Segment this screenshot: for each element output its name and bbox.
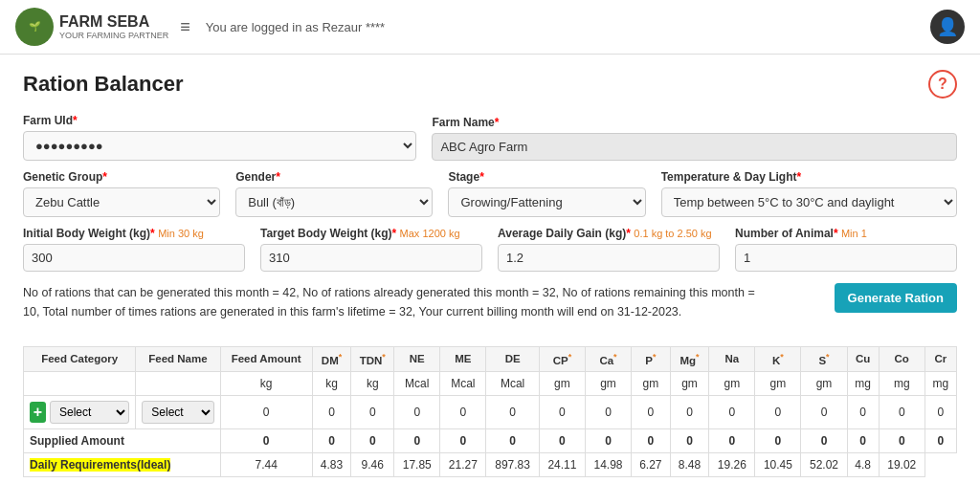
col-s: S* (801, 347, 847, 372)
col-ne: NE (394, 347, 440, 372)
initial-weight-input[interactable] (23, 244, 245, 272)
adg-label: Average Daily Gain (kg)* 0.1 kg to 2.50 … (498, 227, 720, 240)
brand-tagline: YOUR FARMING PARTNER (59, 31, 168, 41)
farm-name-group: Farm Name* (432, 116, 957, 161)
main-content: Ration Balancer ? Farm UId* ●●●●●●●●● Fa… (0, 55, 980, 483)
genetic-group-select[interactable]: Zebu Cattle (23, 187, 220, 217)
page-title-row: Ration Balancer ? (23, 70, 957, 99)
temp-label: Temperature & Day Light* (661, 170, 957, 184)
col-cu: Cu (847, 347, 879, 372)
col-de: DE (486, 347, 540, 372)
farm-uid-label: Farm UId* (23, 114, 416, 127)
supplied-amount-row: Supplied Amount 0 0 0 0 0 0 0 0 0 0 0 0 … (24, 428, 957, 452)
gender-label: Gender* (235, 170, 433, 184)
gender-field: Gender* Bull (বাঁড়) (235, 170, 433, 217)
col-dm: DM* (312, 347, 351, 372)
form-section: Farm UId* ●●●●●●●●● Farm Name* Genetic G… (23, 114, 957, 272)
temp-select[interactable]: Temp between 5°C to 30°C and daylight (661, 187, 957, 217)
col-me: ME (440, 347, 486, 372)
col-cp: CP* (539, 347, 585, 372)
gender-select[interactable]: Bull (বাঁড়) (235, 187, 433, 217)
farm-name-label: Farm Name* (432, 116, 957, 129)
logo-text: FARM SEBA YOUR FARMING PARTNER (59, 12, 168, 41)
logo-icon: 🌱 (15, 8, 54, 46)
header: 🌱 FARM SEBA YOUR FARMING PARTNER ≡ You a… (0, 0, 980, 55)
daily-requirements-row: Daily Requirements(Ideal) 7.44 4.83 9.46… (24, 452, 957, 476)
col-mg: Mg* (670, 347, 709, 372)
feed-category-select[interactable]: Select (50, 401, 129, 424)
hamburger-icon[interactable]: ≡ (180, 17, 190, 37)
page-title: Ration Balancer (23, 72, 184, 97)
col-tdn: TDN* (351, 347, 394, 372)
col-cr: Cr (924, 347, 956, 372)
target-weight-label: Target Body Weight (kg)* Max 1200 kg (260, 227, 482, 240)
info-text: No of rations that can be generated this… (23, 283, 769, 321)
adg-field: Average Daily Gain (kg)* 0.1 kg to 2.50 … (498, 227, 720, 272)
stage-select[interactable]: Growing/Fattening (448, 187, 645, 217)
animals-input[interactable] (735, 244, 957, 272)
col-k: K* (755, 347, 801, 372)
logo-area: 🌱 FARM SEBA YOUR FARMING PARTNER (15, 8, 168, 46)
temp-field: Temperature & Day Light* Temp between 5°… (661, 170, 957, 217)
col-na: Na (709, 347, 755, 372)
col-feed-name: Feed Name (136, 347, 220, 372)
help-button[interactable]: ? (928, 70, 957, 99)
farm-uid-group: Farm UId* ●●●●●●●●● (23, 114, 416, 161)
form-row-3: Initial Body Weight (kg)* Min 30 kg Targ… (23, 227, 957, 272)
info-row: No of rations that can be generated this… (23, 283, 957, 333)
daily-req-label: Daily Requirements(Ideal) (30, 458, 170, 472)
logged-in-text: You are logged in as Rezaur **** (206, 20, 930, 34)
generate-ration-button[interactable]: Generate Ration (835, 283, 957, 313)
adg-input[interactable] (498, 244, 720, 272)
col-feed-category: Feed Category (24, 347, 136, 372)
feed-name-select[interactable]: Select (142, 401, 213, 424)
avatar-icon: 👤 (937, 16, 958, 37)
table-add-row: + Select Select 0 0 0 0 0 0 0 (24, 395, 957, 428)
col-p: P* (632, 347, 671, 372)
animals-field: Number of Animal* Min 1 (735, 227, 957, 272)
user-avatar[interactable]: 👤 (930, 10, 965, 44)
stage-label: Stage* (448, 170, 645, 184)
farm-name-input[interactable] (432, 133, 957, 161)
col-ca: Ca* (585, 347, 631, 372)
farm-uid-select[interactable]: ●●●●●●●●● (23, 131, 416, 161)
brand-name: FARM SEBA (59, 12, 168, 31)
genetic-group-field: Genetic Group* Zebu Cattle (23, 170, 220, 217)
form-row-1: Farm UId* ●●●●●●●●● Farm Name* (23, 114, 957, 161)
ration-table: Feed Category Feed Name Feed Amount DM* … (23, 346, 957, 477)
add-feed-button[interactable]: + (30, 402, 46, 423)
table-header-row: Feed Category Feed Name Feed Amount DM* … (24, 347, 957, 372)
genetic-group-label: Genetic Group* (23, 170, 220, 184)
initial-weight-field: Initial Body Weight (kg)* Min 30 kg (23, 227, 245, 272)
initial-weight-label: Initial Body Weight (kg)* Min 30 kg (23, 227, 245, 240)
target-weight-input[interactable] (260, 244, 482, 272)
stage-field: Stage* Growing/Fattening (448, 170, 645, 217)
col-feed-amount: Feed Amount (220, 347, 312, 372)
form-row-2: Genetic Group* Zebu Cattle Gender* Bull … (23, 170, 957, 217)
target-weight-field: Target Body Weight (kg)* Max 1200 kg (260, 227, 482, 272)
col-co: Co (879, 347, 924, 372)
table-units-row: kg kg kg Mcal Mcal Mcal gm gm gm gm gm g… (24, 371, 957, 395)
animals-label: Number of Animal* Min 1 (735, 227, 957, 240)
